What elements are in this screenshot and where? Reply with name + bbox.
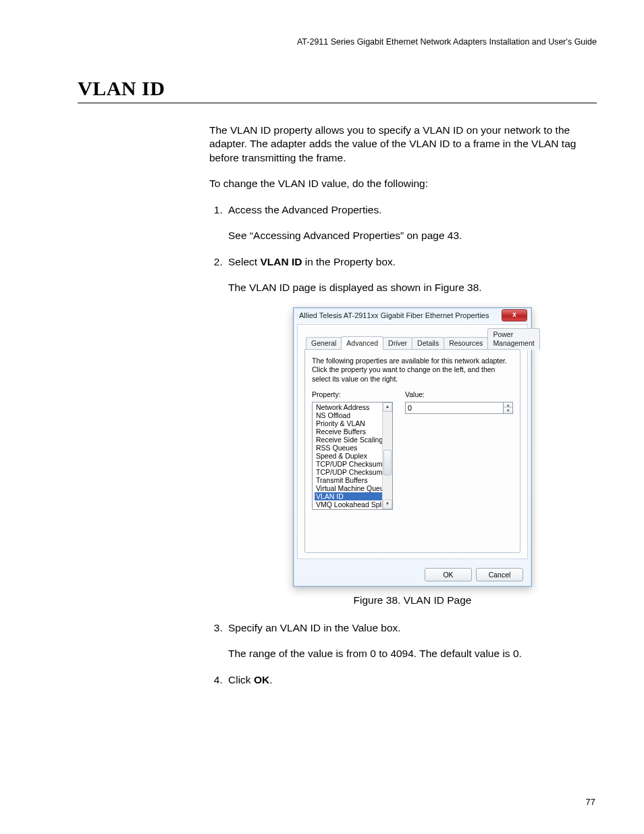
list-item[interactable]: VMQ Lookahead Split [315, 500, 383, 509]
figure-38: Allied Telesis AT-2911xx Gigabit Fiber E… [228, 307, 597, 608]
property-listbox[interactable]: Network AddressNS OffloadPriority & VLAN… [312, 402, 393, 510]
scroll-thumb[interactable] [383, 450, 392, 475]
list-item[interactable]: Receive Buffers [315, 427, 383, 436]
step-3-sub: The range of the value is from 0 to 4094… [228, 647, 597, 660]
scroll-up-icon[interactable]: ▴ [383, 402, 392, 412]
value-input[interactable] [405, 402, 504, 414]
list-item[interactable]: TCP/UDP Checksum Offload (IPv6 [315, 468, 383, 476]
scroll-down-icon[interactable]: ▾ [383, 500, 392, 509]
step-2-bold: VLAN ID [260, 256, 302, 267]
tab-strip: General Advanced Driver Details Resource… [306, 328, 520, 350]
step-1: Access the Advanced Properties. See “Acc… [225, 203, 597, 243]
lead-paragraph: To change the VLAN ID value, do the foll… [209, 177, 597, 190]
step-1-text: Access the Advanced Properties. [228, 204, 381, 215]
list-item[interactable]: Receive Side Scaling [315, 436, 383, 444]
step-2-pre: Select [228, 256, 260, 267]
steps-list: Access the Advanced Properties. See “Acc… [209, 203, 597, 687]
spinner-up-icon[interactable]: ▴ [504, 402, 512, 409]
section-title: VLAN ID [78, 77, 597, 103]
step-4-pre: Click [228, 674, 254, 685]
list-item[interactable]: Virtual Machine Queues [315, 484, 383, 492]
property-list: Network AddressNS OffloadPriority & VLAN… [313, 402, 383, 509]
list-item[interactable]: Network Address [315, 403, 383, 411]
tab-power-management[interactable]: Power Management [487, 328, 539, 350]
list-item[interactable]: TCP/UDP Checksum Offload (IPv4 [315, 460, 383, 468]
cancel-button[interactable]: Cancel [476, 568, 523, 581]
list-item[interactable]: Transmit Buffers [315, 476, 383, 484]
list-item[interactable]: NS Offload [315, 411, 383, 419]
tab-advanced[interactable]: Advanced [341, 336, 383, 350]
running-header: AT-2911 Series Gigabit Ethernet Network … [78, 37, 597, 47]
dialog-titlebar: Allied Telesis AT-2911xx Gigabit Fiber E… [294, 308, 531, 323]
tab-driver[interactable]: Driver [383, 337, 412, 350]
figure-caption: Figure 38. VLAN ID Page [228, 594, 597, 607]
step-3-text: Specify an VLAN ID in the Value box. [228, 622, 401, 633]
step-4: Click OK. [225, 673, 597, 687]
list-item[interactable]: Speed & Duplex [315, 452, 383, 460]
body-content: The VLAN ID property allows you to speci… [209, 124, 597, 687]
value-label: Value: [405, 390, 513, 400]
advanced-tab-panel: The following properties are available f… [304, 349, 520, 553]
step-1-sub: See “Accessing Advanced Properties” on p… [228, 229, 597, 242]
step-3: Specify an VLAN ID in the Value box. The… [225, 621, 597, 661]
step-2-post: in the Property box. [302, 256, 396, 267]
step-2: Select VLAN ID in the Property box. The … [225, 255, 597, 608]
instructions-text: The following properties are available f… [312, 357, 513, 383]
tab-general[interactable]: General [306, 337, 342, 350]
tab-details[interactable]: Details [412, 337, 444, 350]
list-item[interactable]: VMQ VLAN Filtering [315, 509, 383, 509]
list-item[interactable]: VLAN ID [315, 492, 383, 500]
tab-resources[interactable]: Resources [444, 337, 488, 350]
value-spinner: ▴ ▾ [405, 402, 513, 414]
step-4-post: . [269, 674, 272, 685]
page-number: 77 [586, 797, 595, 807]
step-2-sub: The VLAN ID page is displayed as shown i… [228, 281, 597, 294]
spinner-down-icon[interactable]: ▾ [504, 408, 512, 413]
properties-dialog: Allied Telesis AT-2911xx Gigabit Fiber E… [293, 307, 532, 588]
list-item[interactable]: Priority & VLAN [315, 419, 383, 427]
step-4-bold: OK [254, 674, 269, 685]
ok-button[interactable]: OK [425, 568, 472, 581]
property-label: Property: [312, 390, 393, 400]
intro-paragraph: The VLAN ID property allows you to speci… [209, 124, 597, 165]
list-item[interactable]: RSS Queues [315, 444, 383, 452]
value-spinner-buttons: ▴ ▾ [504, 402, 513, 414]
dialog-buttons: OK Cancel [425, 568, 523, 581]
dialog-title: Allied Telesis AT-2911xx Gigabit Fiber E… [299, 308, 489, 323]
close-button[interactable]: x [502, 309, 527, 321]
listbox-scrollbar[interactable]: ▴ ▾ [382, 402, 392, 509]
